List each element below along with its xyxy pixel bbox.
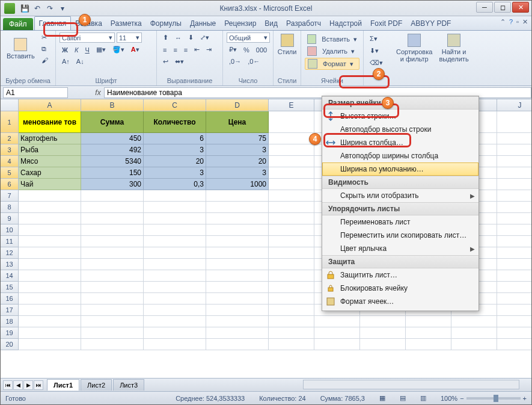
cut-icon[interactable]: ✂ [39, 32, 50, 43]
save-icon[interactable]: 💾 [19, 3, 30, 14]
col-head-C[interactable]: C [144, 99, 206, 111]
cell-C1[interactable]: Количество [144, 111, 206, 133]
orientation-icon[interactable]: ⤢▾ [198, 32, 212, 43]
row-head-15[interactable]: 15 [1, 282, 19, 293]
indent-decrease-icon[interactable]: ⇤ [192, 45, 202, 55]
cell-J10[interactable] [497, 224, 531, 236]
cell-J4[interactable] [497, 156, 531, 167]
row-head-6[interactable]: 6 [1, 179, 19, 190]
cell-D16[interactable] [206, 293, 269, 305]
tab-file[interactable]: Файл [3, 18, 33, 30]
cell-C2[interactable]: 6 [144, 133, 206, 144]
border-icon[interactable]: ▦▾ [94, 45, 108, 55]
cell-A5[interactable]: Сахар [19, 167, 81, 179]
cell-A19[interactable] [19, 327, 81, 339]
cell-J2[interactable] [497, 133, 531, 144]
menu-rename-sheet[interactable]: Переименовать лист [322, 215, 478, 229]
cell-E18[interactable] [269, 316, 314, 327]
cell-E4[interactable] [269, 156, 314, 167]
cell-C4[interactable]: 20 [144, 156, 206, 167]
cell-E6[interactable] [269, 179, 314, 190]
col-head-A[interactable]: A [19, 99, 81, 111]
cell-C5[interactable]: 3 [144, 167, 206, 179]
cell-E2[interactable] [269, 133, 314, 144]
cell-E17[interactable] [269, 305, 314, 316]
align-bottom-icon[interactable]: ⬇ [186, 32, 196, 43]
cell-B7[interactable] [81, 190, 144, 202]
row-head-14[interactable]: 14 [1, 270, 19, 282]
tab-formulas[interactable]: Формулы [146, 17, 186, 30]
cell-J17[interactable] [497, 305, 531, 316]
cell-E20[interactable] [269, 339, 314, 350]
row-head-18[interactable]: 18 [1, 316, 19, 327]
cell-C17[interactable] [144, 305, 206, 316]
cell-E7[interactable] [269, 190, 314, 202]
tab-view[interactable]: Вид [260, 17, 282, 30]
cell-J20[interactable] [497, 339, 531, 350]
increase-decimal-icon[interactable]: ,0→ [227, 57, 243, 66]
cell-A2[interactable]: Картофель [19, 133, 81, 144]
cell-C15[interactable] [144, 282, 206, 293]
cell-J16[interactable] [497, 293, 531, 305]
cell-J6[interactable] [497, 179, 531, 190]
cell-B16[interactable] [81, 293, 144, 305]
tab-developer[interactable]: Разработч [282, 17, 325, 30]
cell-D14[interactable] [206, 270, 269, 282]
cell-J19[interactable] [497, 327, 531, 339]
cell-B13[interactable] [81, 259, 144, 270]
select-all-corner[interactable] [1, 99, 19, 111]
restore-workbook-icon[interactable]: ▫ [516, 18, 519, 26]
format-cells-button[interactable]: Формат ▾ [305, 58, 359, 70]
view-pagebreak-icon[interactable]: ▥ [420, 394, 426, 402]
col-head-D[interactable]: D [206, 99, 269, 111]
cell-E9[interactable] [269, 213, 314, 224]
cell-B1[interactable]: Сумма [81, 111, 144, 133]
row-head-12[interactable]: 12 [1, 247, 19, 259]
cell-B5[interactable]: 150 [81, 167, 144, 179]
row-head-10[interactable]: 10 [1, 224, 19, 236]
sheet-tab-3[interactable]: Лист3 [113, 379, 144, 391]
cell-A8[interactable] [19, 202, 81, 213]
cell-J9[interactable] [497, 213, 531, 224]
cell-A11[interactable] [19, 236, 81, 247]
italic-button[interactable]: К [72, 45, 81, 55]
row-head-16[interactable]: 16 [1, 293, 19, 305]
row-head-20[interactable]: 20 [1, 339, 19, 350]
cell-J7[interactable] [497, 190, 531, 202]
cell-D19[interactable] [206, 327, 269, 339]
minimize-ribbon-icon[interactable]: ⌃ [500, 18, 506, 26]
cell-E13[interactable] [269, 259, 314, 270]
cell-E10[interactable] [269, 224, 314, 236]
sheet-nav-first-icon[interactable]: ⏮ [3, 380, 13, 390]
row-head-9[interactable]: 9 [1, 213, 19, 224]
number-format-combo[interactable]: Общий▾ [227, 32, 270, 43]
cell-E5[interactable] [269, 167, 314, 179]
cell-A7[interactable] [19, 190, 81, 202]
indent-increase-icon[interactable]: ⇥ [204, 45, 214, 55]
cell-B19[interactable] [81, 327, 144, 339]
name-box[interactable]: A1 [3, 87, 68, 98]
cell-A14[interactable] [19, 270, 81, 282]
wrap-text-icon[interactable]: ↩ [161, 57, 171, 67]
align-right-icon[interactable]: ≡ [182, 45, 190, 55]
cell-E15[interactable] [269, 282, 314, 293]
cell-A10[interactable] [19, 224, 81, 236]
row-head-8[interactable]: 8 [1, 202, 19, 213]
align-left-icon[interactable]: ≡ [161, 45, 169, 55]
menu-autofit-row[interactable]: Автоподбор высоты строки [322, 123, 478, 136]
row-head-13[interactable]: 13 [1, 259, 19, 270]
cell-B10[interactable] [81, 224, 144, 236]
cell-J15[interactable] [497, 282, 531, 293]
comma-icon[interactable]: 000 [254, 45, 269, 55]
cell-A15[interactable] [19, 282, 81, 293]
cell-A16[interactable] [19, 293, 81, 305]
cell-D4[interactable]: 20 [206, 156, 269, 167]
tab-foxit[interactable]: Foxit PDF [366, 17, 406, 30]
row-head-11[interactable]: 11 [1, 236, 19, 247]
cell-D11[interactable] [206, 236, 269, 247]
menu-autofit-col[interactable]: Автоподбор ширины столбца [322, 149, 478, 162]
insert-cells-button[interactable]: Вставить ▾ [305, 34, 359, 45]
clear-icon[interactable]: ⌫▾ [367, 58, 387, 68]
cell-B17[interactable] [81, 305, 144, 316]
cell-J14[interactable] [497, 270, 531, 282]
